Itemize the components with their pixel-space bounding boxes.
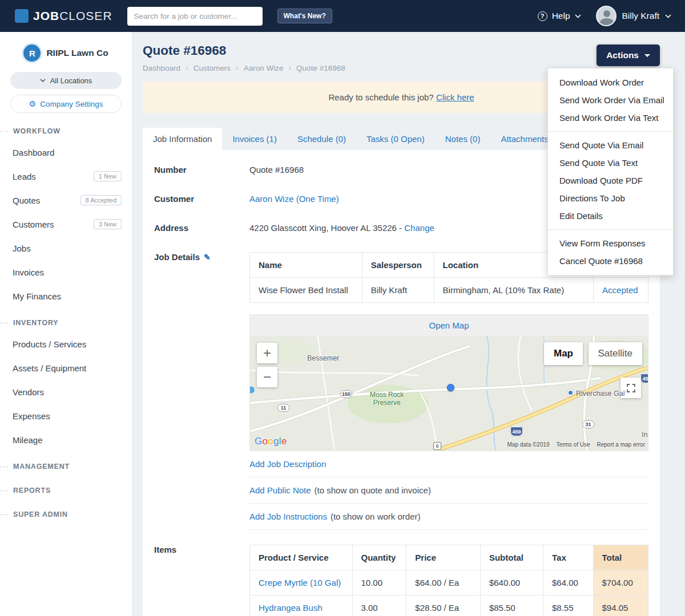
sidebar-item-label: Customers [13,220,54,229]
edit-pencil-icon[interactable]: ✎ [204,253,211,262]
map-label-line: Preserve [370,399,404,407]
menu-item-send-work-order-text[interactable]: Send Work Order Via Text [548,109,673,127]
sidebar: R RIIPL Lawn Co All Locations ⚙ Company … [0,32,132,616]
menu-item-cancel-quote[interactable]: Cancel Quote #16968 [548,252,673,270]
job-name-cell: Wise Flower Bed Install [250,278,362,303]
breadcrumb-separator: › [288,63,291,72]
product-link[interactable]: Crepe Myrtle (10 Gal) [259,578,341,587]
actions-button[interactable]: Actions [597,44,660,66]
help-menu[interactable]: ? Help [538,11,581,21]
map-embed[interactable]: + − Map Satellite Bessemer Moss Rock Pre… [249,336,648,451]
col-total: Total [593,545,648,570]
map-label-bessemer: Bessemer [307,354,339,362]
customers-badge: 3 New [94,219,122,229]
breadcrumb-customers[interactable]: Customers [194,64,231,72]
alert-click-here-link[interactable]: Click here [436,92,474,102]
google-logo[interactable]: Google [255,436,287,447]
breadcrumb-dashboard[interactable]: Dashboard [143,64,180,72]
menu-item-send-quote-email[interactable]: Send Quote Via Email [548,136,673,154]
sidebar-section-workflow[interactable]: WORKFLOW [0,116,132,140]
route-shield-459: 459 [510,427,523,436]
menu-item-download-quote-pdf[interactable]: Download Quote PDF [548,172,673,189]
menu-divider [548,131,673,132]
breadcrumb-separator: › [236,63,239,72]
add-job-description-row: Add Job Description [249,451,648,477]
terms-of-use-link[interactable]: Terms of Use [557,441,590,448]
user-menu[interactable]: Billy Kraft [596,6,671,26]
add-job-instructions-link[interactable]: Add Job Instructions [249,512,327,521]
sidebar-item-expenses[interactable]: Expenses [0,404,132,428]
section-label: SUPER ADMIN [13,510,68,518]
satellite-view-button[interactable]: Satellite [589,342,642,365]
chevron-down-icon [665,14,671,18]
open-map-bar: Open Map [249,314,648,336]
company-name: RIIPL Lawn Co [46,48,108,58]
items-header-row: Product / Service Quantity Price Subtota… [250,545,648,570]
menu-item-send-quote-text[interactable]: Send Quote Via Text [548,154,673,172]
add-job-description-link[interactable]: Add Job Description [249,459,326,469]
tab-notes[interactable]: Notes (0) [435,128,491,150]
item-row: Hydrangea Bush 3.00 $28.50 / Ea $85.50 $… [250,595,648,616]
menu-item-send-work-order-email[interactable]: Send Work Order Via Email [548,91,673,109]
product-link[interactable]: Hydrangea Bush [259,603,323,613]
sidebar-item-my-finances[interactable]: My Finances [0,284,132,308]
add-public-note-link[interactable]: Add Public Note [249,485,311,495]
logo-bold: JOB [33,9,59,22]
menu-item-view-form-responses[interactable]: View Form Responses [548,234,673,252]
customer-link[interactable]: Aaron Wize (One Time) [249,194,339,204]
tab-invoices[interactable]: Invoices (1) [222,128,287,150]
field-job-details: Job Details✎ Name Salesperson Location W… [154,252,648,545]
whats-new-button[interactable]: What's New? [277,9,332,23]
sidebar-section-inventory[interactable]: INVENTORY [0,308,132,332]
all-locations-dropdown[interactable]: All Locations [10,72,122,89]
sidebar-item-products-services[interactable]: Products / Services [0,332,132,356]
caret-down-icon [644,54,650,57]
zoom-out-button[interactable]: − [257,367,277,387]
sidebar-item-customers[interactable]: Customers 3 New [0,212,132,236]
zoom-in-button[interactable]: + [257,343,277,363]
sidebar-item-mileage[interactable]: Mileage [0,428,132,452]
sidebar-item-assets-equipment[interactable]: Assets / Equipment [0,356,132,380]
number-value: Quote #16968 [249,165,304,175]
tab-schedule[interactable]: Schedule (0) [287,128,356,150]
menu-item-edit-details[interactable]: Edit Details [548,207,673,225]
sidebar-item-label: Invoices [13,268,44,277]
map-view-button[interactable]: Map [544,342,583,365]
price-cell: $64.00 / Ea [406,570,481,595]
address-value: 4220 Glasscott Xing, Hoover AL 35226 - [249,223,402,233]
company-avatar: R [23,44,41,62]
sidebar-item-leads[interactable]: Leads 1 New [0,164,132,188]
sidebar-item-quotes[interactable]: Quotes 8 Accepted [0,188,132,212]
report-map-error-link[interactable]: Report a map error [597,441,645,448]
add-job-instructions-hint: (to show on work order) [331,512,421,521]
col-salesperson: Salesperson [362,253,434,278]
col-subtotal: Subtotal [480,545,543,570]
breadcrumb-customer-name[interactable]: Aaron Wize [244,64,284,72]
tab-job-information[interactable]: Job Information [143,128,222,150]
menu-item-download-work-order[interactable]: Download Work Order [548,74,673,91]
add-public-note-row: Add Public Note (to show on quote and in… [249,477,648,504]
sidebar-section-super-admin[interactable]: SUPER ADMIN [0,500,132,524]
sidebar-item-invoices[interactable]: Invoices [0,260,132,284]
menu-item-directions-to-job[interactable]: Directions To Job [548,189,673,207]
app-logo[interactable]: JOBCLOSER [15,9,112,23]
sidebar-item-jobs[interactable]: Jobs [0,236,132,260]
address-change-link[interactable]: Change [404,223,434,233]
sidebar-item-vendors[interactable]: Vendors [0,380,132,404]
section-dash-icon [0,514,8,515]
salesperson-cell: Billy Kraft [362,278,434,303]
sidebar-item-dashboard[interactable]: Dashboard [0,140,132,164]
open-map-link[interactable]: Open Map [429,321,469,330]
items-label: Items [154,545,249,616]
company-settings-button[interactable]: ⚙ Company Settings [10,95,122,113]
tab-tasks[interactable]: Tasks (0 Open) [356,128,435,150]
top-navbar: JOBCLOSER What's New? ? Help Billy Kraft [0,0,685,32]
map-marker[interactable] [447,384,454,391]
chevron-down-icon [40,79,46,82]
global-search-input[interactable] [127,7,263,26]
sidebar-section-management[interactable]: MANAGEMENT [0,452,132,476]
google-letter: G [255,436,263,447]
route-shield-6: 6 [433,442,441,450]
google-letter: o [268,436,273,447]
sidebar-section-reports[interactable]: REPORTS [0,476,132,500]
